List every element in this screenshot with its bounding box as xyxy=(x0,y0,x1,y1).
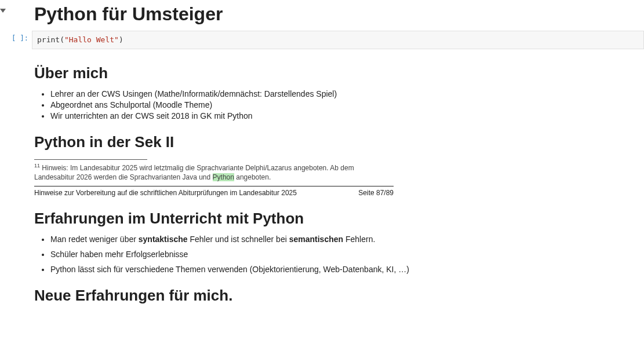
page-title: Python für Umsteiger xyxy=(34,3,644,25)
footnote-bottom-rule xyxy=(34,186,394,186)
text-bold: semantischen xyxy=(289,235,343,244)
footnote-lead: Hinweis: Im Landesabitur 2025 wird letzt… xyxy=(34,164,354,181)
code-token-paren-close: ) xyxy=(119,35,123,44)
text-span: Man redet weniger über xyxy=(50,235,139,244)
footnote-top-rule xyxy=(34,159,147,160)
prompt-empty xyxy=(8,52,32,55)
code-token-string: "Hallo Welt" xyxy=(64,35,119,44)
text-span: Fehler und ist schneller bei xyxy=(188,235,289,244)
cell-collapser-placeholder xyxy=(0,31,8,37)
footnote-footer-left: Hinweise zur Vorbereitung auf die schrif… xyxy=(34,189,297,197)
text-bold: syntaktische xyxy=(139,235,188,244)
list-item: Wir unterrichten an der CWS seit 2018 in… xyxy=(50,111,644,120)
list-item: Lehrer an der CWS Usingen (Mathe/Informa… xyxy=(50,89,644,98)
about-list: Lehrer an der CWS Usingen (Mathe/Informa… xyxy=(34,89,644,120)
cell-collapser[interactable] xyxy=(0,1,8,13)
execution-prompt: [ ]: xyxy=(8,31,32,42)
content-cell: Über mich Lehrer an der CWS Usingen (Mat… xyxy=(0,50,644,312)
code-token-func: print xyxy=(37,35,60,44)
footnote-number: 11 xyxy=(34,163,40,169)
cell-collapser-placeholder xyxy=(0,52,8,58)
list-item: Man redet weniger über syntaktische Fehl… xyxy=(50,235,644,244)
footnote-excerpt: 11 Hinweis: Im Landesabitur 2025 wird le… xyxy=(34,159,394,196)
text-span: Fehlern. xyxy=(343,235,375,244)
title-cell: Python für Umsteiger xyxy=(0,0,644,30)
code-token-paren-open: ( xyxy=(60,35,64,44)
heading-new-experience: Neue Erfahrungen für mich. xyxy=(34,287,644,305)
list-item: Abgeordnet ans Schulportal (Moodle Theme… xyxy=(50,100,644,109)
list-item: Schüler haben mehr Erfolgserlebnisse xyxy=(50,250,644,259)
prompt-empty xyxy=(8,1,32,5)
list-item: Python lässt sich für verschiedene Theme… xyxy=(50,265,644,274)
code-input[interactable]: print("Hallo Welt") xyxy=(32,31,644,49)
heading-about: Über mich xyxy=(34,64,644,82)
heading-sek2: Python in der Sek II xyxy=(34,133,644,151)
footnote-footer-right: Seite 87/89 xyxy=(358,189,394,197)
heading-experience: Erfahrungen im Unterricht mit Python xyxy=(34,210,644,228)
footnote-text: 11 Hinweis: Im Landesabitur 2025 wird le… xyxy=(34,162,394,182)
experience-list: Man redet weniger über syntaktische Fehl… xyxy=(34,235,644,274)
footnote-highlight: Python xyxy=(213,173,234,181)
footnote-tail: angeboten. xyxy=(234,173,271,181)
code-cell: [ ]: print("Hallo Welt") xyxy=(0,30,644,50)
